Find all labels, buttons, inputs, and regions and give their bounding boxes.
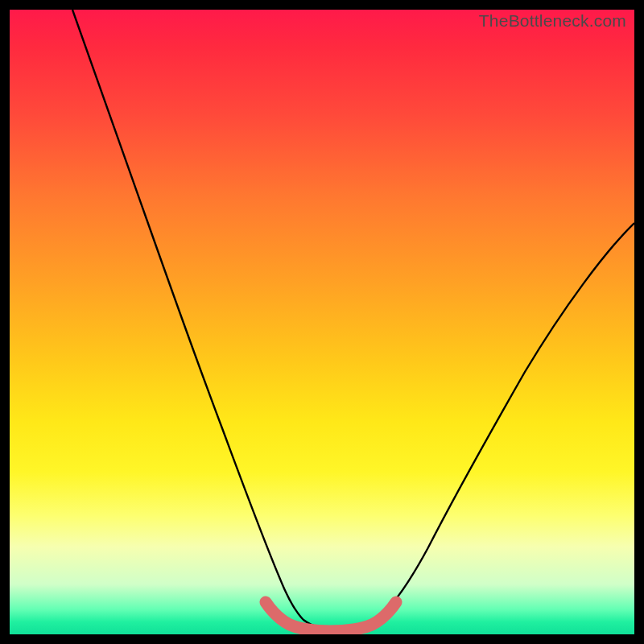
highlight-band (266, 602, 396, 631)
curve-line (72, 10, 634, 630)
plot-area: TheBottleneck.com (10, 10, 634, 634)
chart-svg (10, 10, 634, 634)
